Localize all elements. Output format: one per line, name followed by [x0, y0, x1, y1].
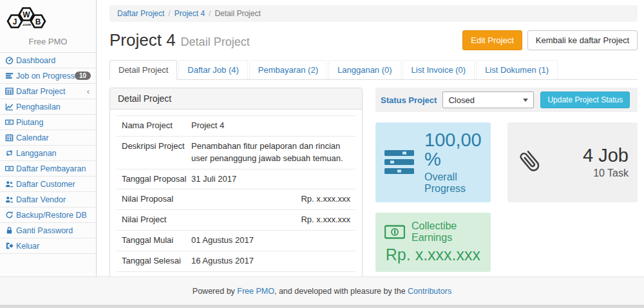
- tab-detail-project[interactable]: Detail Project: [109, 60, 177, 80]
- job-value: 4 Job: [583, 146, 629, 165]
- chevron-left-icon: ‹: [87, 86, 91, 96]
- money-icon: [5, 118, 16, 126]
- sidebar-item-label: Calendar: [16, 133, 91, 142]
- sidebar-item-ganti-password[interactable]: Ganti Password: [0, 223, 96, 238]
- sidebar-item-label: Ganti Password: [16, 226, 91, 235]
- edit-project-button[interactable]: Edit Project: [462, 30, 522, 50]
- dashboard-icon: [5, 56, 16, 64]
- status-project-bar: Status Project Closed Update Project Sta…: [375, 88, 638, 112]
- chart-line-icon: [5, 102, 16, 111]
- sidebar-item-piutang[interactable]: Piutang: [0, 115, 96, 130]
- tab-list-dokumen[interactable]: List Dokumen (1): [476, 60, 558, 79]
- sidebar-item-daftar-customer[interactable]: Daftar Customer: [0, 177, 96, 192]
- sidebar-item-label: Keluar: [16, 242, 91, 251]
- table-row: Tanggal Proposal 31 Juli 2017: [117, 169, 355, 190]
- table-row: Deskripsi Project Penambahan fitur pelap…: [117, 137, 355, 169]
- tab-bar: Detail Project Daftar Job (4) Pembayaran…: [109, 60, 638, 80]
- detail-table: Nama Project Project 4 Deskripsi Project…: [110, 110, 362, 276]
- progress-text: 100,00 % Overall Progress: [424, 130, 482, 195]
- svg-text:B: B: [35, 17, 41, 26]
- jwb-logo: W J B .com: [0, 0, 96, 34]
- breadcrumb-daftar-project[interactable]: Daftar Project: [117, 9, 164, 18]
- free-pmo-link[interactable]: Free PMO: [237, 287, 274, 296]
- task-count: 10 Task: [583, 168, 629, 179]
- sidebar: W J B .com Free PMO Dashboard: [0, 0, 97, 276]
- sidebar-item-label: Penghasilan: [16, 102, 91, 111]
- breadcrumb-separator: /: [164, 9, 174, 18]
- sidebar-item-label: Daftar Pembayaran: [16, 164, 91, 173]
- earnings-label: Collectibe Earnings: [412, 220, 482, 244]
- breadcrumb-current: Detail Project: [214, 9, 260, 18]
- progress-value: 100,00 %: [424, 130, 482, 169]
- status-select-value: Closed: [448, 95, 474, 105]
- money-icon: [5, 164, 16, 173]
- tasks-icon: [5, 72, 16, 80]
- sidebar-item-label: Daftar Vendor: [16, 195, 91, 204]
- sidebar-item-daftar-pembayaran[interactable]: Daftar Pembayaran: [0, 161, 96, 177]
- sidebar-item-backup-restore-db[interactable]: Backup/Restore DB: [0, 207, 96, 223]
- caret-down-icon: [523, 99, 528, 102]
- footer: Powered by Free PMO, and developed with …: [0, 276, 644, 305]
- sidebar-item-label: Daftar Customer: [16, 180, 91, 189]
- sidebar-item-dashboard[interactable]: Dashboard: [0, 53, 96, 68]
- tab-daftar-job[interactable]: Daftar Job (4): [178, 60, 247, 79]
- app-window: W J B .com Free PMO Dashboard: [0, 0, 644, 308]
- svg-text:.com: .com: [22, 23, 31, 26]
- retweet-icon: [5, 149, 16, 157]
- header-actions: Edit ProjectKembali ke daftar Project: [462, 30, 638, 50]
- sidebar-item-label: Piutang: [16, 118, 91, 127]
- sidebar-item-label: Dashboard: [16, 56, 91, 65]
- back-to-project-list-button[interactable]: Kembali ke daftar Project: [527, 30, 638, 50]
- sidebar-item-langganan[interactable]: Langganan: [0, 146, 96, 161]
- tab-list-invoice[interactable]: List Invoice (0): [402, 60, 475, 79]
- tab-langganan[interactable]: Langganan (0): [328, 60, 401, 79]
- page-title: Project 4: [109, 30, 176, 50]
- jwb-logo-icon: W J B .com: [0, 5, 53, 34]
- earnings-value: Rp. x.xxx.xxx: [384, 245, 482, 264]
- paperclip-icon: [516, 147, 546, 178]
- sidebar-item-keluar[interactable]: Keluar: [0, 238, 96, 254]
- job-text: 4 Job 10 Task: [583, 146, 629, 178]
- refresh-icon: [5, 211, 16, 219]
- lock-icon: [5, 226, 16, 235]
- footer-text: Powered by Free PMO, and developed with …: [193, 287, 451, 296]
- main-content: Daftar Project/Project 4/Detail Project …: [97, 0, 644, 276]
- users-icon: [5, 195, 16, 204]
- sidebar-item-daftar-vendor[interactable]: Daftar Vendor: [0, 192, 96, 207]
- sidebar-item-penghasilan[interactable]: Penghasilan: [0, 99, 96, 115]
- users-icon: [5, 180, 16, 188]
- table-icon: [5, 87, 16, 95]
- panel-title: Detail Project: [110, 88, 362, 110]
- collectible-earnings-card: Collectibe Earnings Rp. x.xxx.xxx: [375, 213, 491, 272]
- breadcrumb-project-4[interactable]: Project 4: [175, 9, 205, 18]
- page-bottom-strip: [0, 305, 644, 308]
- update-project-status-button[interactable]: Update Project Status: [540, 91, 630, 108]
- status-select[interactable]: Closed: [442, 91, 534, 108]
- sidebar-item-label: Daftar Project: [16, 87, 87, 96]
- contributors-link[interactable]: Contributors: [408, 287, 451, 296]
- sign-out-icon: [5, 242, 16, 250]
- table-row: Tanggal Selesai 16 Agustus 2017: [117, 251, 355, 272]
- sidebar-item-label: Job on Progress: [16, 72, 75, 81]
- money-icon: [384, 225, 405, 239]
- sidebar-item-label: Langganan: [16, 149, 91, 158]
- job-count-card: 4 Job 10 Task: [507, 122, 638, 202]
- table-row: Nilai Project Rp. x.xxx.xxx: [117, 210, 355, 231]
- detail-project-panel: Detail Project Nama Project Project 4 De…: [109, 88, 363, 276]
- sidebar-item-calendar[interactable]: Calendar: [0, 130, 96, 146]
- table-row: Nilai Proposal Rp. x.xxx.xxx: [117, 189, 355, 210]
- svg-text:J: J: [13, 17, 17, 26]
- page-title-group: Project 4Detail Project: [109, 30, 250, 50]
- sidebar-item-daftar-project[interactable]: Daftar Project ‹: [0, 84, 96, 99]
- sidebar-menu: Dashboard Job on Progress 10 Daftar Proj…: [0, 52, 96, 254]
- breadcrumb: Daftar Project/Project 4/Detail Project: [109, 5, 638, 22]
- progress-label: Overall Progress: [424, 171, 482, 195]
- tab-pembayaran[interactable]: Pembayaran (2): [249, 60, 327, 79]
- overall-progress-card: 100,00 % Overall Progress: [375, 122, 491, 202]
- table-row: Tanggal Mulai 01 Agustus 2017: [117, 231, 355, 251]
- sidebar-item-job-on-progress[interactable]: Job on Progress 10: [0, 68, 96, 84]
- job-count-badge: 10: [75, 72, 91, 80]
- status-project-label: Status Project: [381, 95, 437, 105]
- page-header: Project 4Detail Project Edit ProjectKemb…: [109, 30, 638, 50]
- svg-text:W: W: [23, 10, 30, 19]
